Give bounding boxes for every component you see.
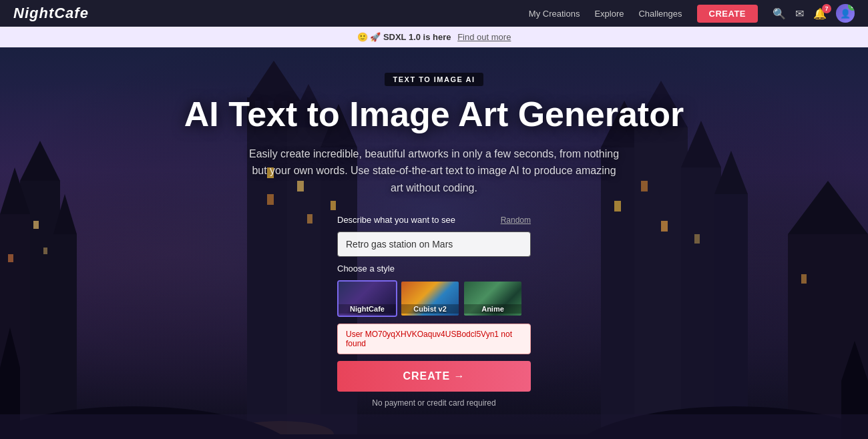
error-message: User MO70yqXHVKOaquv4USBodcl5Vyn1 not fo… [337, 324, 531, 354]
avatar[interactable]: 👤 5 [836, 4, 855, 23]
challenges-link[interactable]: Challenges [638, 9, 682, 19]
bell-icon[interactable]: 🔔 7 [813, 7, 827, 20]
banner-text: SDXL 1.0 is here [383, 32, 451, 42]
mail-icon[interactable]: ✉ [795, 7, 804, 20]
navbar: NightCafe My Creations Explore Challenge… [0, 0, 868, 27]
prompt-input[interactable] [337, 232, 531, 257]
no-payment-text: No payment or credit card required [337, 398, 531, 408]
explore-link[interactable]: Explore [594, 9, 624, 19]
banner-link[interactable]: Find out more [457, 32, 511, 42]
style-cubist-label: Cubist v2 [401, 304, 459, 314]
bell-badge: 7 [822, 4, 831, 13]
style-nightcafe[interactable]: NightCafe [337, 280, 397, 317]
announcement-banner: 🙂 🚀 SDXL 1.0 is here Find out more [0, 27, 868, 47]
style-options: NightCafe Cubist v2 Anime [337, 280, 531, 317]
hero-content: TEXT TO IMAGE AI AI Text to Image Art Ge… [0, 47, 868, 439]
my-creations-link[interactable]: My Creations [529, 9, 580, 19]
search-icon[interactable]: 🔍 [773, 7, 786, 20]
describe-label: Describe what you want to see [337, 215, 455, 225]
style-label: Choose a style [337, 264, 531, 274]
creation-form: Describe what you want to see Random Cho… [337, 215, 531, 408]
style-anime-label: Anime [464, 304, 521, 314]
navbar-right: My Creations Explore Challenges CREATE 🔍… [529, 4, 855, 23]
tag-label: TEXT TO IMAGE AI [385, 73, 483, 86]
logo[interactable]: NightCafe [13, 5, 89, 22]
style-anime[interactable]: Anime [463, 280, 523, 317]
describe-label-row: Describe what you want to see Random [337, 215, 531, 225]
hero-section: TEXT TO IMAGE AI AI Text to Image Art Ge… [0, 47, 868, 439]
nav-create-button[interactable]: CREATE [697, 5, 758, 23]
random-button[interactable]: Random [501, 215, 531, 225]
style-cubist-v2[interactable]: Cubist v2 [400, 280, 460, 317]
style-nightcafe-label: NightCafe [339, 304, 396, 314]
banner-emoji1: 🙂 [357, 32, 368, 42]
hero-title: AI Text to Image Art Generator [184, 95, 684, 133]
hero-subtitle: Easily create incredible, beautiful artw… [247, 145, 621, 197]
nav-icons: 🔍 ✉ 🔔 7 👤 5 [773, 4, 855, 23]
create-button[interactable]: CREATE → [337, 361, 531, 392]
banner-emoji2: 🚀 [370, 32, 381, 42]
